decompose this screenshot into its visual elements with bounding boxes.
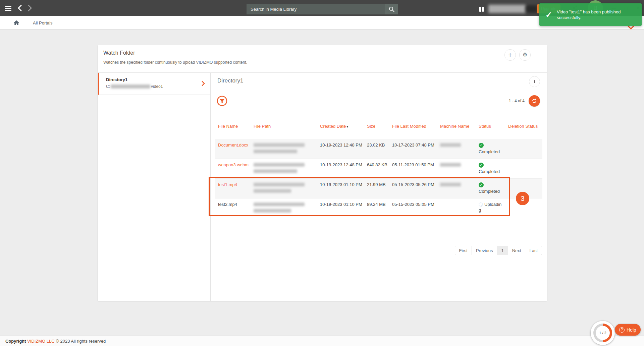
chevron-right-icon — [202, 81, 205, 86]
table-row: Document.docx10-19-2023 12:48 PM23.02 KB… — [215, 139, 542, 159]
file-last-modified-cell: 05-15-2023 05:05 PM — [389, 198, 437, 218]
watch-folder-card: Watch Folder Watches the specified folde… — [98, 45, 547, 301]
uploading-spinner-icon — [479, 203, 483, 207]
file-name-cell[interactable]: test1.mp4 — [215, 178, 251, 198]
pagination-button-previous[interactable]: Previous — [472, 246, 497, 255]
help-question-icon: ? — [619, 327, 625, 333]
home-icon[interactable] — [13, 20, 19, 25]
redacted-text — [254, 143, 305, 147]
column-header[interactable]: File Path — [251, 120, 317, 139]
status-text: Completed — [479, 149, 503, 155]
directory-detail-panel: Directory1 i 1 - 4 of 4 File NameFile Pa… — [210, 73, 547, 301]
redacted-text — [254, 189, 291, 193]
deletion-status-cell — [505, 139, 542, 159]
directory-list-item[interactable]: Directory1 C: video1 — [98, 73, 210, 95]
result-range-label: 1 - 4 of 4 — [509, 99, 525, 103]
progress-arc: 1 / 2 — [593, 324, 612, 342]
redacted-label — [526, 5, 538, 13]
redacted-user-label — [488, 5, 526, 13]
pagination-button-1[interactable]: 1 — [497, 246, 508, 255]
pagination-button-next[interactable]: Next — [508, 246, 526, 255]
completed-check-icon: ✓ — [479, 163, 484, 168]
status-cell: Uploading — [476, 198, 505, 218]
table-row: test1.mp410-19-2023 01:10 PM21.99 MB05-1… — [215, 178, 542, 198]
media-search — [247, 4, 398, 14]
column-header[interactable]: Deletion Status — [505, 120, 542, 139]
created-date-cell: 10-19-2023 12:48 PM — [317, 159, 364, 178]
hamburger-icon[interactable] — [5, 6, 11, 10]
watch-files-table: File NameFile PathCreated Date▾SizeFile … — [215, 120, 542, 218]
table-header-row: File NameFile PathCreated Date▾SizeFile … — [215, 120, 542, 139]
file-name-cell[interactable]: weapon3.webm — [215, 159, 251, 178]
deletion-status-cell — [505, 159, 542, 178]
nav-back-icon[interactable] — [17, 5, 22, 11]
file-name-link[interactable]: test1.mp4 — [218, 182, 237, 187]
gear-icon[interactable]: ⚙ — [519, 49, 531, 61]
vidizmo-link[interactable]: VIDIZMO LLC — [27, 339, 55, 344]
sort-caret-icon: ▾ — [346, 125, 348, 128]
machine-name-cell — [437, 139, 476, 159]
nav-forward-icon[interactable] — [28, 5, 32, 11]
file-last-modified-cell: 05-15-2023 05:26 PM — [389, 178, 437, 198]
file-name-link[interactable]: Document.docx — [218, 142, 248, 148]
file-name-cell[interactable]: Document.docx — [215, 139, 251, 159]
info-icon[interactable]: i — [529, 76, 540, 87]
directory-path: C: video1 — [106, 84, 163, 89]
toast-message: Video "test1" has been published success… — [557, 9, 635, 20]
redacted-text — [254, 183, 305, 186]
status-cell: ✓Completed — [476, 159, 505, 178]
machine-name-cell — [437, 178, 476, 198]
filter-icon[interactable] — [217, 96, 227, 106]
footer: Copyright VIDIZMO LLC © 2023 All rights … — [0, 336, 644, 346]
copyright-text: Copyright VIDIZMO LLC © 2023 All rights … — [5, 339, 106, 344]
redacted-text — [254, 203, 305, 206]
refresh-icon[interactable] — [529, 95, 540, 107]
toast-notification: ✓ Video "test1" has been published succe… — [539, 3, 642, 26]
status-text: Completed — [479, 188, 503, 194]
column-header[interactable]: Created Date▾ — [317, 120, 364, 139]
created-date-cell: 10-19-2023 01:10 PM — [317, 198, 364, 218]
file-path-cell — [251, 178, 317, 198]
machine-name-cell — [437, 198, 476, 218]
redacted-text — [440, 163, 461, 167]
table-row: weapon3.webm10-19-2023 12:48 PM640.82 KB… — [215, 159, 542, 178]
pause-icon[interactable] — [479, 7, 484, 12]
machine-name-cell — [437, 159, 476, 178]
file-path-cell — [251, 159, 317, 178]
redacted-text — [254, 163, 305, 167]
size-cell: 640.82 KB — [364, 159, 389, 178]
column-header[interactable]: Size — [364, 120, 389, 139]
directory-name: Directory1 — [106, 77, 127, 82]
page-description: Watches the specified folder continuousl… — [103, 60, 247, 65]
status-cell: ✓Completed — [476, 139, 505, 159]
search-input[interactable] — [247, 4, 385, 14]
column-header[interactable]: Status — [476, 120, 505, 139]
help-button[interactable]: ? Help — [615, 324, 641, 336]
completed-check-icon: ✓ — [479, 143, 484, 148]
column-header[interactable]: Machine Name — [437, 120, 476, 139]
redacted-text — [254, 209, 291, 213]
created-date-cell: 10-19-2023 01:10 PM — [317, 178, 364, 198]
column-header[interactable]: File Name — [215, 120, 251, 139]
file-last-modified-cell: 10-17-2023 07:48 PM — [389, 139, 437, 159]
tour-progress-ring[interactable]: 1 / 2 — [591, 321, 615, 345]
toast-check-icon: ✓ — [545, 10, 552, 19]
chevron-down-icon[interactable] — [627, 25, 635, 30]
redacted-text — [440, 183, 461, 186]
column-header[interactable]: File Last Modified — [389, 120, 437, 139]
redacted-path — [111, 84, 150, 89]
add-watch-folder-button[interactable]: + — [504, 49, 516, 61]
panel-heading: Directory1 — [217, 77, 243, 84]
table-row: test2.mp410-19-2023 01:10 PM89.24 MB05-1… — [215, 198, 542, 218]
status-text: Completed — [479, 169, 503, 174]
file-path-cell — [251, 139, 317, 159]
watch-table-body: Document.docx10-19-2023 12:48 PM23.02 KB… — [215, 139, 542, 218]
search-icon[interactable] — [385, 4, 398, 14]
pagination-button-first[interactable]: First — [455, 246, 472, 255]
file-last-modified-cell: 05-11-2023 01:50 PM — [389, 159, 437, 178]
file-name-link[interactable]: weapon3.webm — [218, 162, 249, 167]
size-cell: 89.24 MB — [364, 198, 389, 218]
size-cell: 23.02 KB — [364, 139, 389, 159]
pagination-button-last[interactable]: Last — [525, 246, 542, 255]
breadcrumb-item-all-portals[interactable]: All Portals — [33, 20, 53, 25]
